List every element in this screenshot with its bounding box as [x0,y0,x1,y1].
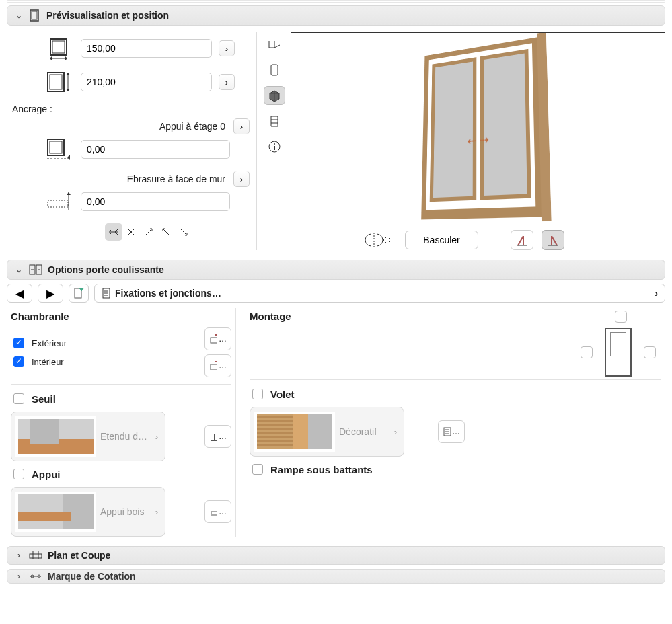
svg-rect-9 [50,141,62,153]
chevron-right-icon: › [14,572,24,581]
seuil-row[interactable]: Seuil [11,391,231,406]
rampe-row[interactable]: Rampe sous battants [250,462,661,477]
seuil-thumb [15,416,96,457]
chambranle-ext-checkbox[interactable] [13,338,24,348]
seuil-checkbox[interactable] [13,393,24,404]
svg-rect-3 [52,41,65,53]
section-header-quote[interactable]: › Marque de Cotation [7,569,665,584]
montage-right-checkbox[interactable] [644,346,656,358]
opening-direction-icon: ⇠ ⇢ [468,132,489,149]
svg-rect-8 [48,139,64,155]
appui-card[interactable]: Appui bois › [11,487,165,537]
anchor-story-menu[interactable]: › [233,118,250,134]
anchor-mode-4[interactable] [157,223,175,241]
montage-top-checkbox[interactable] [615,311,627,323]
chambranle-int-label: Intérieur [32,357,64,367]
anchor-reveal-input[interactable] [81,192,230,211]
flip-button[interactable]: Basculer [405,231,478,249]
anchor-reveal-menu[interactable]: › [233,171,250,187]
width-input[interactable] [81,39,212,58]
volet-title: Volet [270,389,295,400]
volet-checkbox[interactable] [252,389,263,399]
chevron-down-icon: ⌄ [14,11,24,20]
height-dim-icon [44,70,74,94]
height-input[interactable] [81,73,212,91]
volet-card[interactable]: Décoratif › [250,407,404,457]
anchor-story-input[interactable] [81,140,230,159]
appui-settings[interactable]: … [204,500,231,523]
volet-card-label: Décoratif [339,426,390,437]
svg-rect-40 [75,288,81,298]
svg-rect-5 [48,73,64,91]
breadcrumb-label: Fixations et jonctions… [115,288,221,299]
montage-title: Montage [250,311,291,322]
flip-mirror-icon[interactable] [365,231,397,249]
anchor-reveal-label[interactable]: Ebrasure à face de mur [105,173,229,184]
height-step-button[interactable]: › [219,74,235,90]
view-wireframe-icon[interactable] [264,35,285,54]
nav-bookmark-button[interactable] [69,284,89,303]
width-dim-icon [44,36,74,61]
width-step-button[interactable]: › [219,40,235,56]
chevron-down-icon: ⌄ [14,265,24,274]
montage-door-icon [605,328,632,377]
page-icon [102,288,111,299]
seuil-title: Seuil [32,393,56,405]
section-header-plan[interactable]: › Plan et Coupe [7,546,665,565]
seuil-settings[interactable]: … [204,425,231,448]
chambranle-ext-row[interactable]: Extérieur [11,336,67,350]
plan-icon [29,550,42,561]
preview-viewport[interactable]: ⇠ ⇢ [291,32,665,223]
rampe-checkbox[interactable] [252,464,263,475]
svg-rect-16 [271,65,278,75]
chambranle-title: Chambranle [11,311,231,322]
svg-rect-46 [211,364,217,370]
appui-row[interactable]: Appui [11,467,231,481]
anchor-reveal-icon [44,190,74,214]
section-title: Options porte coulissante [48,264,164,275]
opening-left-button[interactable] [511,230,533,250]
opening-right-button[interactable] [542,230,564,250]
chambranle-ext-settings[interactable]: … [204,327,231,350]
chevron-right-icon: › [394,427,397,437]
chambranle-int-row[interactable]: Intérieur [11,354,67,369]
view-elevation-icon[interactable] [264,61,285,79]
svg-rect-6 [50,75,62,89]
sliding-door-icon [29,264,42,276]
volet-row[interactable]: Volet [250,387,661,401]
breadcrumb-button[interactable]: Fixations et jonctions… › [94,284,665,303]
anchor-mode-1[interactable] [105,223,122,241]
view-3d-icon[interactable] [264,86,285,105]
seuil-card-label: Etendu d… [100,431,151,442]
chevron-right-icon: › [14,551,24,560]
montage-left-checkbox[interactable] [581,346,593,358]
anchor-story-label[interactable]: Appui à étage 0 [105,121,229,132]
section-header-options[interactable]: ⌄ Options porte coulissante [7,260,665,280]
appui-checkbox[interactable] [13,469,24,479]
info-icon[interactable] [264,137,285,156]
rampe-title: Rampe sous battants [270,464,373,475]
anchor-sill-icon [44,137,74,161]
montage-grid [581,308,661,373]
svg-rect-11 [48,200,68,207]
view-section-icon[interactable] [264,112,285,130]
anchor-mode-3[interactable] [140,223,157,241]
chambranle-ext-label: Extérieur [32,338,67,348]
door-header-icon [29,9,41,22]
nav-back-button[interactable]: ◀ [7,284,32,303]
section-title: Plan et Coupe [48,550,110,561]
appui-card-label: Appui bois [100,506,151,517]
anchor-mode-5[interactable] [175,223,192,241]
chambranle-int-checkbox[interactable] [13,356,24,367]
chambranle-int-settings[interactable]: … [204,354,231,377]
svg-line-33 [552,236,557,245]
section-header-preview[interactable]: ⌄ Prévisualisation et position [7,5,665,26]
seuil-card[interactable]: Etendu d… › [11,412,165,461]
svg-rect-55 [30,554,42,558]
svg-point-27 [274,143,275,145]
anchor-side-toggle-group [105,223,252,241]
volet-settings[interactable]: … [438,420,465,443]
anchor-mode-2[interactable] [122,223,140,241]
section-title: Prévisualisation et position [46,10,169,21]
nav-forward-button[interactable]: ▶ [38,284,63,303]
